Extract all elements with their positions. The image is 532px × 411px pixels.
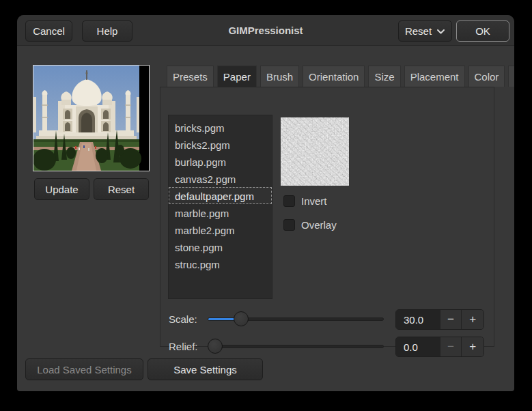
invert-option: Invert <box>283 195 327 207</box>
paper-tab-panel: bricks.pgm bricks2.pgm burlap.pgm canvas… <box>160 87 494 347</box>
ok-button[interactable]: OK <box>456 20 509 42</box>
chevron-down-icon <box>436 25 445 37</box>
scale-decrement-button[interactable]: − <box>440 310 462 329</box>
load-saved-settings-button[interactable]: Load Saved Settings <box>25 358 143 380</box>
relief-decrement-button[interactable]: − <box>440 337 462 356</box>
tab-paper[interactable]: Paper <box>217 66 257 87</box>
tab-placement[interactable]: Placement <box>404 66 465 87</box>
invert-label: Invert <box>301 195 327 207</box>
paper-list-item[interactable]: stone.pgm <box>169 238 272 255</box>
overlay-option: Overlay <box>283 219 337 231</box>
tab-presets[interactable]: Presets <box>167 66 214 87</box>
invert-checkbox[interactable] <box>283 195 295 207</box>
tab-general[interactable]: General <box>508 66 514 87</box>
paper-list-item[interactable]: burlap.pgm <box>169 153 272 170</box>
paper-texture-thumbnail <box>281 117 349 186</box>
scale-value-input[interactable]: 30.0 <box>396 310 440 329</box>
tab-orientation[interactable]: Orientation <box>303 66 365 87</box>
overlay-checkbox[interactable] <box>283 219 295 231</box>
help-button[interactable]: Help <box>82 20 132 42</box>
tab-bar: Presets Paper Brush Orientation Size Pla… <box>160 66 494 87</box>
scale-increment-button[interactable]: + <box>461 310 484 329</box>
paper-list-item-selected[interactable]: defaultpaper.pgm <box>169 187 272 204</box>
tab-color[interactable]: Color <box>468 66 505 87</box>
scale-label: Scale: <box>169 313 197 325</box>
reset-menu-button[interactable]: Reset <box>398 20 452 42</box>
scale-slider-handle[interactable] <box>234 311 249 326</box>
relief-label: Relief: <box>169 341 198 352</box>
overlay-label: Overlay <box>301 219 337 231</box>
headerbar: GIMPressionist Cancel Help Reset OK <box>17 15 514 46</box>
reset-preview-button[interactable]: Reset <box>94 178 149 200</box>
cancel-button[interactable]: Cancel <box>25 20 72 42</box>
scale-spinbutton: 30.0 − + <box>395 309 484 330</box>
desktop-background: GIMPressionist Cancel Help Reset OK <box>0 0 532 411</box>
tab-size[interactable]: Size <box>368 66 400 87</box>
settings-notebook: Presets Paper Brush Orientation Size Pla… <box>160 66 494 347</box>
paper-list-item[interactable]: canvas2.pgm <box>169 170 272 187</box>
relief-slider-track[interactable] <box>208 345 384 348</box>
preview-image <box>33 65 150 171</box>
relief-value-input[interactable]: 0.0 <box>396 337 440 356</box>
paper-list-item[interactable]: marble2.pgm <box>169 221 272 238</box>
save-settings-button[interactable]: Save Settings <box>148 358 263 380</box>
gimpressionist-dialog: GIMPressionist Cancel Help Reset OK <box>17 15 514 391</box>
tab-brush[interactable]: Brush <box>260 66 299 87</box>
paper-list-item[interactable]: marble.pgm <box>169 204 272 221</box>
relief-increment-button[interactable]: + <box>461 337 484 356</box>
paper-list: bricks.pgm bricks2.pgm burlap.pgm canvas… <box>168 115 272 299</box>
taj-mahal-illustration <box>33 66 149 171</box>
paper-list-item[interactable]: bricks2.pgm <box>169 136 272 153</box>
paper-list-item[interactable]: bricks.pgm <box>169 119 272 136</box>
update-preview-button[interactable]: Update <box>34 178 89 200</box>
paper-list-item[interactable]: struc.pgm <box>169 255 272 272</box>
relief-slider-handle[interactable] <box>208 339 223 354</box>
relief-spinbutton: 0.0 − + <box>395 337 484 357</box>
